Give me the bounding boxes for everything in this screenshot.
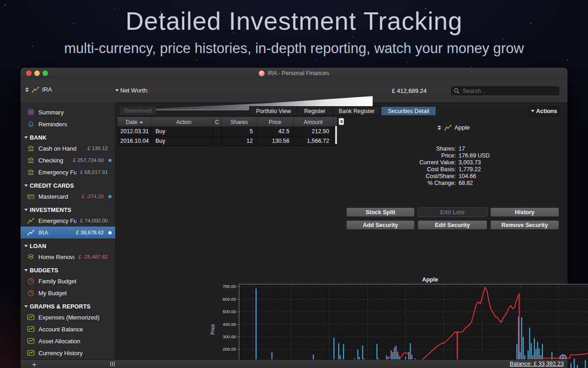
disclosure-icon[interactable]	[24, 269, 28, 271]
stepper-icon[interactable]	[438, 125, 441, 130]
detail-label: Price:	[372, 152, 456, 159]
sidebar-section-loan[interactable]: LOAN	[21, 241, 115, 251]
investment-chart-icon	[444, 124, 452, 131]
table-header[interactable]: Date Action C Shares Price Amount	[118, 117, 337, 127]
balance-total[interactable]: Balance: £ 33,392.23	[510, 361, 564, 367]
detail-value: 1,779.22	[459, 166, 523, 173]
col-shares[interactable]: Shares	[222, 118, 257, 126]
add-security-button[interactable]: Add Security	[346, 220, 415, 230]
sidebar-item-currency-history[interactable]: Currency History	[21, 347, 115, 359]
history-button[interactable]: History	[490, 207, 559, 217]
col-action[interactable]: Action	[152, 118, 213, 126]
net-worth-selector[interactable]: Net Worth:	[115, 87, 149, 94]
tab-register[interactable]: Register	[298, 107, 332, 115]
sidebar-item-emergency-fund-bank[interactable]: Emergency Fu... £ 68,017.91	[21, 166, 115, 178]
edit-security-button[interactable]: Edit Security	[417, 220, 487, 230]
sidebar-item-cash-on-hand[interactable]: Cash on Hand £ 130.12	[21, 142, 115, 154]
sidebar-section-bank[interactable]: BANK	[21, 133, 115, 142]
detail-label: Current Value:	[372, 159, 456, 166]
disclosure-icon[interactable]	[24, 305, 28, 308]
search-input[interactable]	[462, 87, 557, 95]
sidebar-item-label: Mastercard	[38, 193, 78, 200]
report-chart-icon	[27, 338, 35, 344]
search-field[interactable]	[450, 86, 560, 96]
sidebar-item-family-budget[interactable]: Family Budget	[21, 275, 115, 287]
cell-price: 42.5	[257, 127, 294, 136]
detail-value: 176.69 USD	[459, 152, 523, 159]
close-button[interactable]	[26, 70, 32, 76]
disclosure-icon[interactable]	[24, 245, 28, 247]
status-bar: + Balance: £ 33,392.23	[21, 359, 567, 368]
col-amount[interactable]: Amount	[294, 118, 333, 126]
title-bar[interactable]: IRA - Personal Finances	[21, 68, 567, 79]
col-label: Amount	[304, 119, 322, 125]
sidebar-resize-handle[interactable]	[110, 362, 115, 366]
col-date[interactable]: Date	[118, 118, 152, 126]
account-amount: £ -25,487.82	[78, 254, 108, 260]
minimize-button[interactable]	[34, 70, 40, 76]
edit-lots-button[interactable]: Edit Lots	[417, 207, 487, 217]
sidebar-item-emergency-fund-investment[interactable]: Emergency Fu... £ 74,000.00	[21, 215, 115, 227]
sidebar-item-label: My Budget	[38, 290, 112, 297]
section-title: LOAN	[30, 243, 46, 249]
disclosure-icon[interactable]	[24, 184, 28, 187]
sidebar-item-reminders[interactable]: Reminders	[21, 118, 115, 130]
bank-icon	[27, 145, 35, 152]
table-row[interactable]: 2016.10.04 Buy 12 130.56 1,566.72	[118, 136, 337, 146]
svg-text:400.00: 400.00	[223, 322, 236, 327]
sidebar-item-expenses-memorized[interactable]: Expenses (Memorized)	[21, 311, 115, 323]
sidebar-item-label: Emergency Fu...	[38, 169, 76, 176]
col-price[interactable]: Price	[257, 118, 294, 126]
sidebar-item-mastercard[interactable]: Mastercard £ -374.20	[21, 190, 115, 202]
traffic-lights	[26, 70, 48, 76]
sidebar-item-ira-selected[interactable]: IRA £ 38,678.62	[21, 227, 115, 238]
detail-value: 104.66	[459, 173, 523, 180]
bank-icon	[27, 157, 35, 163]
security-selector[interactable]: Apple	[438, 124, 470, 131]
zoom-button[interactable]	[43, 70, 48, 76]
tab-securities-detail[interactable]: Securities Detail	[381, 107, 435, 115]
hero-title: Detailed Investment Tracking	[0, 6, 588, 36]
sidebar-section-credit-cards[interactable]: CREDIT CARDS	[21, 181, 115, 190]
sidebar-item-checking[interactable]: Checking £ 257,724.60	[21, 154, 115, 166]
col-label: Action	[176, 119, 191, 125]
sidebar-section-investments[interactable]: INVESTMENTS	[21, 205, 115, 215]
disclosure-icon[interactable]	[24, 209, 28, 211]
investment-chart-icon	[27, 230, 35, 236]
sidebar-item-home-renovation[interactable]: Home Renova... £ -25,487.82	[21, 251, 115, 263]
table-scrollbar[interactable]	[335, 126, 337, 144]
actions-button[interactable]: Actions	[528, 106, 560, 116]
net-worth-value: £ 412,689.24	[384, 87, 434, 94]
actions-label: Actions	[536, 108, 557, 114]
disclosure-icon[interactable]	[24, 136, 28, 139]
table-row[interactable]: 2012.03.31 Buy 5 42.5 212.50	[118, 127, 337, 136]
sidebar-item-label: Summary	[38, 109, 112, 116]
stock-split-button[interactable]: Stock Split	[346, 207, 415, 217]
bank-icon	[27, 169, 35, 175]
sidebar-section-graphs-reports[interactable]: GRAPHS & REPORTS	[21, 302, 115, 311]
sidebar-item-summary[interactable]: Summary	[21, 106, 115, 118]
chevron-down-icon	[115, 89, 119, 92]
account-amount: £ 130.12	[87, 146, 108, 151]
detail-value: 68.82	[459, 180, 523, 187]
section-title: BANK	[30, 135, 47, 141]
sidebar-item-my-budget[interactable]: My Budget	[21, 287, 115, 299]
sidebar-item-asset-allocation[interactable]: Asset Allocation	[21, 335, 115, 347]
download-button[interactable]: Download	[120, 106, 156, 115]
account-selector[interactable]: IRA	[25, 86, 52, 93]
stepper-icon[interactable]	[25, 87, 29, 92]
remove-security-button[interactable]: Remove Security	[490, 220, 559, 230]
tab-portfolio-view[interactable]: Portfolio View	[250, 107, 297, 115]
sidebar-item-label: IRA	[38, 229, 72, 236]
add-account-button[interactable]: +	[32, 360, 37, 368]
tab-bank-register[interactable]: Bank Register	[332, 107, 381, 115]
sidebar[interactable]: Summary Reminders BANK Cash on Hand £ 13…	[21, 103, 116, 359]
detail-label: % Change:	[372, 180, 456, 187]
sidebar-item-label: Family Budget	[38, 278, 112, 285]
col-cleared[interactable]: C	[213, 118, 222, 126]
column-stepper-icon[interactable]	[339, 118, 344, 125]
net-worth-label: Net Worth:	[120, 87, 149, 94]
svg-text:500.00: 500.00	[223, 309, 236, 314]
sidebar-item-account-balance[interactable]: Account Balance	[21, 323, 115, 335]
sidebar-section-budgets[interactable]: BUDGETS	[21, 265, 115, 275]
